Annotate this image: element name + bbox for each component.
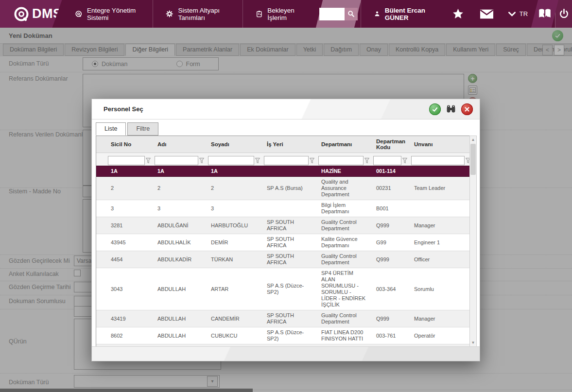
close-button[interactable] [461,103,473,115]
table-cell: 8602 [107,327,154,344]
funnel-icon[interactable] [146,158,151,163]
table-cell: 3043 [107,268,154,310]
table-cell: ARTAR [207,268,263,310]
filter-input-4[interactable] [264,156,309,165]
dialog-tabs: ListeFiltre [96,122,160,136]
confirm-button[interactable] [429,103,441,115]
column-header[interactable]: Departmanı [317,136,372,153]
scroll-down-icon[interactable]: ▼ [470,339,476,346]
table-cell: ABDULLAH [154,327,207,344]
funnel-icon[interactable] [402,158,407,163]
table-cell: 43419 [107,310,154,327]
table-cell: Manager [410,310,473,327]
table-cell: 43945 [107,234,154,251]
row-gutter [96,268,107,310]
binoculars-icon [445,103,457,115]
table-cell: 2 [154,177,207,200]
table-cell: ABDULLAH [154,310,207,327]
table-cell [263,166,317,176]
table-cell: Bilgi İşlem Departmanı [317,200,372,217]
dialog-title: Personel Seç [92,105,143,113]
logout-button[interactable] [555,0,572,28]
filter-input-3[interactable] [208,156,254,165]
row-gutter [96,327,107,344]
filter-input-5[interactable] [318,156,364,165]
table-row[interactable]: 8602ABDULLAHCUBUKCUSP A.S (Düzce-SP2)FIA… [96,327,473,344]
table-cell: Guality Control Department [317,217,372,234]
column-header[interactable]: Sicil No [107,136,154,153]
dialog-tab-filtre[interactable]: Filtre [127,122,158,136]
column-header[interactable]: Departman Kodu [372,136,410,153]
funnel-icon[interactable] [310,158,314,163]
dialog-tab-liste[interactable]: Liste [96,122,126,136]
table-cell: Q999 [372,310,410,327]
chevron-down-icon [508,12,516,17]
funnel-icon[interactable] [199,158,204,163]
table-row[interactable]: 1A1A1AHAZİNE001-114 [96,166,473,177]
table-cell: SP SOUTH AFRICA [263,234,317,251]
table-cell: Guality Control Department [317,310,372,327]
language-code: TR [520,10,528,17]
favorites-button[interactable] [444,0,472,28]
table-row[interactable]: 43945ABDULHALİKDEMİRSP SOUTH AFRICAKalit… [96,234,473,251]
topbar-search [319,0,358,28]
table-cell: 3 [154,200,207,217]
star-icon [452,8,464,20]
filter-input-2[interactable] [155,156,198,165]
column-header[interactable]: Soyadı [207,136,263,153]
table-cell: G99 [372,234,410,251]
table-row[interactable]: 43419ABDULLAHCANDEMİRSP SOUTH AFRICAGual… [96,310,473,327]
table-row[interactable]: 4454ABDULKADİRTÜRKANSP SOUTH AFRICAGuali… [96,251,473,268]
integrated-system-icon [75,9,82,19]
language-selector[interactable]: TR [502,0,535,28]
menu-entegre-yonetim-sistemi[interactable]: Entegre Yönetim Sistemi [62,0,153,28]
dialog-footer [92,346,480,361]
search-input[interactable] [319,8,345,20]
table-cell: SP SOUTH AFRICA [263,217,317,234]
table-row[interactable]: 333Bilgi İşlem DepartmanıB001 [96,200,473,217]
scroll-up-icon[interactable]: ▲ [470,136,476,143]
table-row[interactable]: 3043ABDULLAHARTARSP A.S (Düzce-SP2)SP4 Ü… [96,268,473,310]
scrollbar-thumb[interactable] [470,144,476,175]
column-header[interactable]: Unvanı [410,136,473,153]
search-icon [347,10,355,18]
funnel-icon[interactable] [364,158,369,163]
table-row[interactable]: 3281ABDULĞANİHARBUTOĞLUSP SOUTH AFRICAGu… [96,217,473,234]
qdms-logo[interactable]: DMS [0,0,62,28]
filter-input-1[interactable] [108,156,145,165]
messages-button[interactable] [472,0,502,28]
funnel-icon[interactable] [255,158,260,163]
table-cell: SP A.S (Bursa) [263,177,317,200]
user-name: Bülent Ercan GÜNER [385,7,433,21]
search-button[interactable] [345,8,358,20]
filter-input-7[interactable] [411,156,465,165]
help-manual-button[interactable] [535,0,555,28]
logo-text: DMS [32,6,62,21]
table-cell: Manager [410,217,473,234]
filter-input-6[interactable] [373,156,401,165]
column-header[interactable]: Adı [154,136,207,153]
menu-bekleyen-islerim[interactable]: Bekleyen İşlerim [243,0,315,28]
personnel-table: Sicil NoAdıSoyadıİş YeriDepartmanıDepart… [96,136,474,347]
menu-sistem-altyapi-tanimlari[interactable]: Sistem Altyapı Tanımları [153,0,243,28]
table-cell: HAZİNE [317,166,372,176]
table-cell: Guality Control Department [317,251,372,268]
table-cell: ABDULHALİK [154,234,207,251]
table-cell: 1A [107,166,154,176]
menu-label: Sistem Altyapı Tanımları [178,7,229,21]
vertical-scrollbar[interactable]: ▲ ▼ [469,136,477,347]
table-cell: 2 [107,177,154,200]
column-header[interactable]: İş Yeri [263,136,317,153]
table-cell: 003-761 [372,327,410,344]
table-cell: 3 [207,200,263,217]
dialog-header[interactable]: Personel Seç [92,99,480,119]
row-gutter [96,217,107,234]
power-icon [558,8,570,19]
user-menu[interactable]: Bülent Ercan GÜNER [361,0,444,28]
org-search-button[interactable] [445,103,457,115]
table-cell: Kalite Güvence Departmanı [317,234,372,251]
row-gutter [96,177,107,200]
table-row[interactable]: 222SP A.S (Bursa)Quality and Assurance D… [96,177,473,200]
menu-label: Entegre Yönetim Sistemi [87,7,140,21]
table-cell: ABDULLAH [154,268,207,310]
